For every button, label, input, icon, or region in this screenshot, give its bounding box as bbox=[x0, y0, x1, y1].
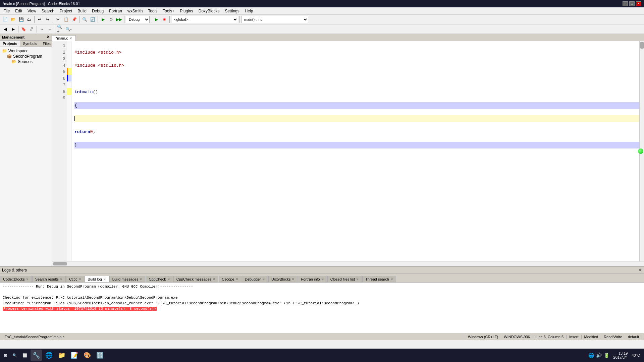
debug-config-dropdown[interactable]: Debug Release bbox=[126, 16, 150, 23]
save-button[interactable]: 💾 bbox=[17, 16, 25, 23]
menu-wxsmith[interactable]: wxSmith bbox=[125, 7, 145, 14]
tab-cppcheck-messages[interactable]: CppCheck messages ✕ bbox=[173, 276, 219, 282]
horizontal-scrollbar[interactable] bbox=[52, 261, 644, 266]
tab-build-messages[interactable]: Build messages ✕ bbox=[109, 276, 146, 282]
tree-project[interactable]: 📦 SecondProgram bbox=[6, 54, 50, 59]
menu-file[interactable]: File bbox=[1, 7, 12, 14]
tab-build-log[interactable]: Build log ✕ bbox=[85, 276, 109, 282]
editor-tab-close[interactable]: ✕ bbox=[69, 37, 72, 40]
menu-doxyblocks[interactable]: DoxyBlocks bbox=[196, 7, 222, 14]
tab-build-messages-close[interactable]: ✕ bbox=[140, 278, 142, 281]
tree-sources[interactable]: 📂 Sources bbox=[11, 59, 50, 64]
taskbar-app-codeblocks[interactable]: 🔧 bbox=[31, 350, 42, 361]
menu-fortran[interactable]: Fortran bbox=[106, 7, 125, 14]
cut-button[interactable]: ✂ bbox=[54, 16, 62, 23]
menu-debug[interactable]: Debug bbox=[89, 7, 106, 14]
volume-icon[interactable]: 🔊 bbox=[596, 353, 602, 358]
tab-cppcheck[interactable]: CppCheck ✕ bbox=[146, 276, 173, 282]
menu-tools-plus[interactable]: Tools+ bbox=[160, 7, 177, 14]
vertical-scrollbar[interactable] bbox=[639, 41, 644, 261]
save-all-button[interactable]: 🗂 bbox=[25, 16, 33, 23]
tab-thread-search-close[interactable]: ✕ bbox=[390, 278, 393, 281]
tab-codeblocks[interactable]: Code::Blocks ✕ bbox=[0, 276, 32, 282]
tab-cscope[interactable]: Cscope ✕ bbox=[219, 276, 241, 282]
tab-closed-files[interactable]: Closed files list ✕ bbox=[327, 276, 362, 282]
function-scope-dropdown[interactable]: main() : int bbox=[241, 16, 308, 23]
comment-button[interactable]: // bbox=[28, 25, 35, 33]
taskbar-app-browser[interactable]: 🌐 bbox=[43, 350, 55, 361]
unindent-button[interactable]: ← bbox=[46, 25, 54, 33]
zoom-out-button[interactable]: 🔍- bbox=[65, 25, 72, 33]
tab-doxyblocks[interactable]: DoxyBlocks ✕ bbox=[268, 276, 298, 282]
start-button[interactable]: ⊞ bbox=[1, 349, 10, 361]
tab-cccc[interactable]: Cccc ✕ bbox=[66, 276, 84, 282]
menu-view[interactable]: View bbox=[25, 7, 39, 14]
taskbar-app-notepad[interactable]: 📝 bbox=[69, 350, 80, 361]
code-content[interactable]: #include <stdio.h> #include <stdlib.h> i… bbox=[72, 41, 644, 261]
scrollbar-thumb[interactable] bbox=[640, 42, 644, 49]
debug-stop-button[interactable]: ■ bbox=[161, 16, 168, 23]
global-scope-dropdown[interactable]: <global> bbox=[171, 16, 238, 23]
run-button[interactable]: ▶▶ bbox=[115, 16, 123, 23]
undo-button[interactable]: ↩ bbox=[36, 16, 43, 23]
find-button[interactable]: 🔍 bbox=[81, 16, 88, 23]
tab-build-log-close[interactable]: ✕ bbox=[103, 278, 106, 281]
forward-button[interactable]: ▶ bbox=[9, 25, 17, 33]
tab-doxyblocks-close[interactable]: ✕ bbox=[292, 278, 294, 281]
code-editor[interactable]: 1 2 3 4 5 6 7 8 9 bbox=[52, 41, 644, 261]
redo-button[interactable]: ↪ bbox=[44, 16, 51, 23]
close-button[interactable]: ✕ bbox=[636, 1, 641, 6]
menu-edit[interactable]: Edit bbox=[12, 7, 25, 14]
taskbar-app-calc[interactable]: 🔢 bbox=[94, 350, 106, 361]
back-button[interactable]: ◀ bbox=[1, 25, 9, 33]
taskbar-app-paint[interactable]: 🎨 bbox=[82, 350, 93, 361]
close-panel-button[interactable]: ✕ bbox=[47, 35, 50, 39]
tab-thread-search[interactable]: Thread search ✕ bbox=[362, 276, 396, 282]
zoom-in-button[interactable]: 🔍+ bbox=[57, 25, 64, 33]
search-button[interactable]: 🔍 bbox=[10, 349, 20, 361]
debug-start-button[interactable]: ▶ bbox=[153, 16, 160, 23]
maximize-button[interactable]: □ bbox=[629, 1, 635, 6]
open-file-button[interactable]: 📂 bbox=[9, 16, 17, 23]
editor-tab-main[interactable]: *main.c ✕ bbox=[52, 35, 76, 41]
tab-closed-files-close[interactable]: ✕ bbox=[356, 278, 359, 281]
copy-button[interactable]: 📋 bbox=[62, 16, 70, 23]
tab-fortran-info[interactable]: Fortran info ✕ bbox=[298, 276, 327, 282]
tab-projects[interactable]: Projects bbox=[0, 41, 20, 47]
tab-cppcheck-messages-close[interactable]: ✕ bbox=[213, 278, 215, 281]
close-bottom-panel[interactable]: ✕ bbox=[639, 268, 642, 273]
build-run-button[interactable]: ▶ bbox=[99, 16, 107, 23]
taskbar-app-explorer[interactable]: 📁 bbox=[56, 350, 67, 361]
menu-plugins[interactable]: Plugins bbox=[177, 7, 196, 14]
menu-build[interactable]: Build bbox=[75, 7, 89, 14]
paste-button[interactable]: 📌 bbox=[70, 16, 78, 23]
build-button[interactable]: ⚙ bbox=[107, 16, 115, 23]
tab-cccc-close[interactable]: ✕ bbox=[79, 278, 82, 281]
menu-tools[interactable]: Tools bbox=[145, 7, 160, 14]
menu-help[interactable]: Help bbox=[242, 7, 256, 14]
network-icon[interactable]: 🌐 bbox=[588, 353, 594, 358]
menu-settings[interactable]: Settings bbox=[222, 7, 242, 14]
tab-cscope-close[interactable]: ✕ bbox=[236, 278, 238, 281]
tab-search-results-close[interactable]: ✕ bbox=[60, 278, 63, 281]
tab-cppcheck-close[interactable]: ✕ bbox=[167, 278, 170, 281]
minimize-button[interactable]: ─ bbox=[623, 1, 628, 6]
hscroll-thumb[interactable] bbox=[53, 262, 67, 265]
tab-debugger-close[interactable]: ✕ bbox=[262, 278, 265, 281]
task-view-button[interactable]: ⬜ bbox=[20, 349, 30, 361]
battery-icon[interactable]: 🔋 bbox=[604, 353, 609, 358]
indent-button[interactable]: → bbox=[38, 25, 46, 33]
bookmark-button[interactable]: 🔖 bbox=[20, 25, 27, 33]
tab-files[interactable]: Files bbox=[40, 41, 54, 47]
tab-fortran-info-close[interactable]: ✕ bbox=[321, 278, 324, 281]
tab-debugger[interactable]: Debugger ✕ bbox=[242, 276, 268, 282]
replace-button[interactable]: 🔄 bbox=[89, 16, 96, 23]
new-file-button[interactable]: 📄 bbox=[1, 16, 9, 23]
code-line-9 bbox=[74, 155, 641, 162]
tree-workspace[interactable]: 📁 Workspace bbox=[1, 48, 50, 54]
tab-symbols[interactable]: Symbols bbox=[20, 41, 40, 47]
menu-project[interactable]: Project bbox=[57, 7, 75, 14]
menu-search[interactable]: Search bbox=[39, 7, 57, 14]
tab-codeblocks-close[interactable]: ✕ bbox=[26, 278, 29, 281]
tab-search-results[interactable]: Search results ✕ bbox=[32, 276, 66, 282]
